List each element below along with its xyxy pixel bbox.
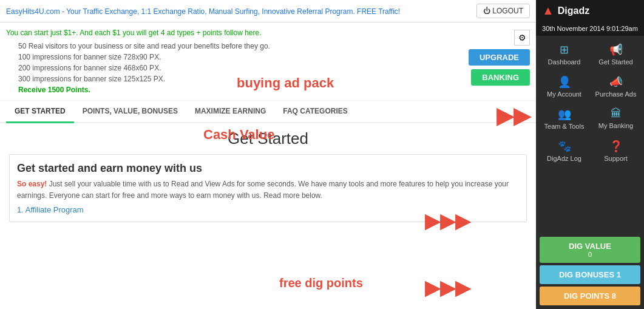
sidebar-item-account[interactable]: 👤 My Account [538,70,590,103]
site-link[interactable]: EasyHits4U.com - Your Traffic Exchange, … [6,7,400,16]
section-title: Get started and earn money with us [17,162,519,175]
page-content: Get Started Cash Value Get started and e… [0,123,536,309]
info-line4: 200 impressions for banner size 468x60 P… [6,63,469,73]
site-link-area: EasyHits4U.com - Your Traffic Exchange, … [6,7,400,16]
dashboard-icon: ⊞ [560,43,569,56]
dig-points-label: DIG POINTS [564,291,609,301]
info-left: You can start just $1+. And each $1 you … [6,27,469,95]
desc-text: Just sell your valuable time with us to … [17,180,509,200]
sidebar-label-support: Support [604,155,628,162]
sidebar-label-account: My Account [547,90,581,98]
brand-icon: ▲ [542,4,554,18]
affiliate-link[interactable]: 1. Affiliate Program [17,205,84,214]
dig-points-button[interactable]: DIG POINTS 8 [540,287,640,305]
sidebar-item-purchase-ads[interactable]: 📣 Purchase Ads [590,70,642,103]
sidebar-label-banking: My Banking [598,122,633,129]
account-icon: 👤 [558,75,571,89]
team-tools-icon: 👥 [558,107,571,121]
get-started-icon: 📢 [609,43,623,56]
info-line5: 300 impressions for banner size 125x125 … [6,73,469,84]
info-line6: Receive 1500 Points. [6,84,469,95]
dig-bonuses-label: DIG BONUSES [559,270,614,279]
dig-value-count: 0 [544,251,636,258]
nav-tabs: GET STARTED POINTS, VALUE, BONUSES MAXIM… [0,101,536,123]
digadz-log-icon: 🐾 [558,140,571,153]
page-title: Get Started [228,129,308,148]
top-bar: EasyHits4U.com - Your Traffic Exchange, … [0,0,536,22]
sidebar-nav: ⊞ Dashboard 📢 Get Started 👤 My Account 📣… [536,36,644,169]
support-icon: ❓ [609,140,623,153]
dig-value-button[interactable]: DIG VALUE 0 [540,237,640,263]
sidebar-datetime: 30th November 2014 9:01:29am [536,21,644,36]
sidebar-item-support[interactable]: ❓ Support [590,135,642,167]
settings-button[interactable]: ⚙ [514,30,530,46]
sidebar-label-team-tools: Team & Tools [544,123,585,130]
dig-points-count: 8 [612,291,616,301]
easy-text: So easy! [17,180,47,188]
info-line3: 100 impressions for banner size 728x90 P… [6,52,469,63]
info-right: ⚙ UPGRADE BANKING [469,27,530,95]
info-line1: You can start just $1+. And each $1 you … [6,27,469,38]
dig-value-label: DIG VALUE [569,242,611,251]
brand-name: Digadz [558,5,589,16]
purchase-ads-icon: 📣 [609,75,623,89]
sidebar: ▲ Digadz 30th November 2014 9:01:29am ⊞ … [536,0,644,309]
sidebar-label-get-started: Get Started [598,58,632,66]
tab-faq[interactable]: FAQ CATEGORIES [274,101,356,123]
sidebar-buttons: DIG VALUE 0 DIG BONUSES 1 DIG POINTS 8 [536,233,644,309]
sidebar-label-digadz-log: DigAdz Log [547,155,581,162]
info-line2: 50 Real visitors to your business or sit… [6,41,469,52]
logout-button[interactable]: ⏻ LOGOUT [476,4,530,18]
upgrade-button[interactable]: UPGRADE [469,49,530,66]
sidebar-item-banking[interactable]: 🏛 My Banking [590,103,642,135]
dig-bonuses-button[interactable]: DIG BONUSES 1 [540,265,640,284]
tab-get-started[interactable]: GET STARTED [6,101,74,123]
sidebar-item-get-started[interactable]: 📢 Get Started [590,38,642,70]
sidebar-label-dashboard: Dashboard [548,58,581,66]
sidebar-item-digadz-log[interactable]: 🐾 DigAdz Log [538,135,590,167]
tab-maximize-earning[interactable]: MAXIMIZE EARNING [186,101,274,123]
dig-bonuses-count: 1 [617,270,621,279]
info-section: You can start just $1+. And each $1 you … [0,22,536,101]
sidebar-label-purchase-ads: Purchase Ads [595,90,637,98]
section-desc: So easy! Just sell your valuable time wi… [17,178,519,202]
banking-icon: 🏛 [611,107,622,120]
sidebar-item-dashboard[interactable]: ⊞ Dashboard [538,38,590,70]
sidebar-item-team-tools[interactable]: 👥 Team & Tools [538,103,590,135]
banking-button[interactable]: BANKING [471,69,530,86]
tab-points-value[interactable]: POINTS, VALUE, BONUSES [74,101,186,123]
